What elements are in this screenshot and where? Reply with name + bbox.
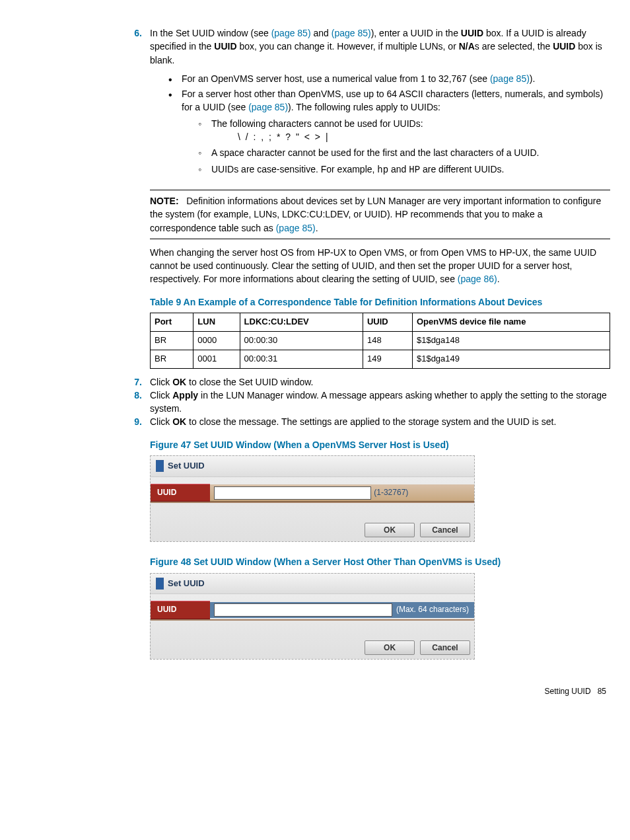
text: . [497,274,500,284]
uuid-label: UUID [461,28,483,38]
set-uuid-dialog-openvms: Set UUID UUID (1-32767) OK Cancel [150,455,475,542]
dialog-title: Set UUID [168,578,205,590]
rule-space: A space character cannot be used for the… [198,146,610,159]
dialog-buttons: OK Cancel [151,621,474,659]
th-uuid: UUID [363,313,412,332]
step-number: 9. [122,415,142,428]
ok-label: OK [172,377,186,387]
rules-list: The following characters cannot be used … [182,117,610,176]
step-7: 7. Click OK to close the Set UUID window… [122,375,610,389]
uuid-row: UUID (1-32767) [151,484,474,503]
ok-button[interactable]: OK [365,523,415,537]
table-caption: Table 9 An Example of a Correspondence T… [150,295,610,309]
uuid-input[interactable] [214,603,392,617]
dialog-icon [156,460,164,472]
text: The following characters cannot be used … [211,118,423,129]
note-text: Definition informations about devices se… [150,196,601,233]
text: ). [530,73,536,84]
footer-text: Setting UUID [545,687,591,696]
page-link[interactable]: (page 85) [490,73,530,84]
text: In the Set UUID window (see [150,28,271,38]
uuid-label: UUID [553,41,575,52]
text: Click [150,377,172,387]
step-number: 7. [122,375,142,389]
dialog-title: Set UUID [168,460,205,473]
ok-label: OK [172,416,186,427]
th-lun: LUN [193,313,240,332]
text: in the LUN Manager window. A message app… [150,390,607,414]
table-row: BR 0001 00:00:31 149 $1$dga149 [151,350,610,368]
dialog-header: Set UUID [151,456,474,477]
dialog-buttons: OK Cancel [151,503,474,541]
page-number: 85 [598,687,606,696]
cell-ovms: $1$dga149 [412,350,610,368]
text: ). The following rules apply to UUIDs: [288,102,440,112]
step-8: 8. Click Apply in the LUN Manager window… [122,389,610,416]
text: Click [150,390,172,401]
figure-47-section: Figure 47 Set UUID Window (When a OpenVM… [150,438,610,660]
text: s are selected, the [475,41,553,52]
apply-label: Apply [172,390,198,401]
text: For an OpenVMS server host, use a numeri… [182,73,490,84]
text: Click [150,416,172,427]
page-link[interactable]: (page 85) [276,223,316,233]
page-link[interactable]: (page 85) [271,28,311,38]
figure-47-caption: Figure 47 Set UUID Window (When a OpenVM… [150,438,610,451]
table-row: BR 0000 00:00:30 148 $1$dga148 [151,331,610,350]
note-block: NOTE: Definition informations about devi… [150,190,610,239]
text: . [316,223,318,233]
uuid-row: UUID (Max. 64 characters) [151,601,474,620]
page-footer: Setting UUID 85 [20,686,610,697]
step-number: 8. [122,389,142,416]
mono-HP: HP [409,165,420,175]
text: When changing the server host OS from HP… [150,247,596,285]
uuid-input[interactable] [214,486,371,500]
correspondence-table: Port LUN LDKC:CU:LDEV UUID OpenVMS devic… [150,313,610,369]
note-label: NOTE: [150,196,179,206]
th-port: Port [151,313,193,332]
dialog-header: Set UUID [151,574,474,595]
cell-port: BR [151,331,193,350]
uuid-field-label: UUID [151,484,210,502]
page-link[interactable]: (page 85) [332,28,371,38]
step-9-body: Click OK to close the message. The setti… [150,415,610,428]
rule-chars: The following characters cannot be used … [198,117,610,144]
cell-port: BR [151,350,193,368]
cell-ldkc: 00:00:30 [240,331,363,350]
step-6: 6. In the Set UUID window (see (page 85)… [122,26,610,182]
ok-button[interactable]: OK [365,640,415,655]
figure-48-caption: Figure 48 Set UUID Window (When a Server… [150,555,610,568]
input-area: (Max. 64 characters) [210,602,474,618]
text: and [388,164,409,174]
uuid-hint: (Max. 64 characters) [395,604,470,615]
text: to close the Set UUID window. [186,377,313,387]
step-number: 6. [122,26,142,182]
uuid-field-label: UUID [151,601,210,619]
text: are different UUIDs. [420,164,504,174]
page-link[interactable]: (page 86) [458,274,497,284]
cancel-button[interactable]: Cancel [420,640,470,655]
para-os-change: When changing the server host OS from HP… [150,246,610,286]
mono-hp: hp [377,165,388,175]
bullet-openvms: For an OpenVMS server host, use a numeri… [168,72,610,85]
cell-lun: 0000 [193,331,240,350]
th-ldkc: LDKC:CU:LDEV [240,313,363,332]
cell-lun: 0001 [193,350,240,368]
step-8-body: Click Apply in the LUN Manager window. A… [150,389,610,416]
page-link[interactable]: (page 85) [248,102,288,112]
th-ovms: OpenVMS device file name [412,313,610,332]
forbidden-chars: \ / : , ; * ? " < > | [211,130,610,143]
cell-uuid: 149 [363,350,412,368]
step-9: 9. Click OK to close the message. The se… [122,415,610,428]
text: UUIDs are case-sensitive. For example, [211,164,377,174]
cancel-button[interactable]: Cancel [420,523,470,537]
step-6-bullets: For an OpenVMS server host, use a numeri… [150,72,610,176]
uuid-label: UUID [214,41,236,52]
set-uuid-dialog-other: Set UUID UUID (Max. 64 characters) OK Ca… [150,573,475,660]
text: and [311,28,332,38]
rule-case: UUIDs are case-sensitive. For example, h… [198,163,610,176]
document-body: 6. In the Set UUID window (see (page 85)… [20,26,610,697]
text: ), enter a UUID in the [371,28,461,38]
note-section: NOTE: Definition informations about devi… [150,190,610,369]
step-7-body: Click OK to close the Set UUID window. [150,375,610,389]
